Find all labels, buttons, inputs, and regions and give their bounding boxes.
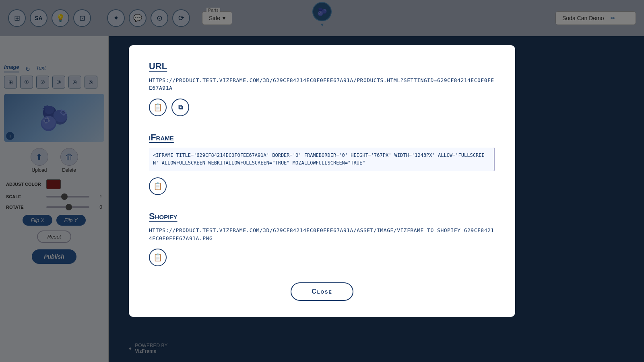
close-button[interactable]: Close bbox=[291, 282, 353, 301]
url-section-title: URL bbox=[149, 61, 495, 72]
url-buttons-row: 📋 ⧉ bbox=[149, 99, 495, 116]
iframe-section-title: iFrame bbox=[149, 132, 495, 143]
iframe-copy-button[interactable]: 📋 bbox=[149, 177, 167, 195]
iframe-copy-icon: 📋 bbox=[153, 182, 162, 191]
shopify-section-title: Shopify bbox=[149, 211, 495, 222]
modal-dialog: URL HTTPS://PRODUCT.TEST.VIZFRAME.COM/3D… bbox=[129, 45, 515, 317]
url-value: HTTPS://PRODUCT.TEST.VIZFRAME.COM/3D/629… bbox=[149, 76, 495, 92]
shopify-buttons-row: 📋 bbox=[149, 249, 495, 266]
modal-overlay: URL HTTPS://PRODUCT.TEST.VIZFRAME.COM/3D… bbox=[0, 0, 644, 362]
url-external-link-button[interactable]: ⧉ bbox=[171, 99, 189, 116]
copy-icon: 📋 bbox=[153, 103, 162, 112]
url-section: URL HTTPS://PRODUCT.TEST.VIZFRAME.COM/3D… bbox=[149, 61, 495, 116]
shopify-copy-button[interactable]: 📋 bbox=[149, 249, 167, 266]
url-copy-button[interactable]: 📋 bbox=[149, 99, 167, 116]
iframe-section: iFrame <IFRAME TITLE='629CF84214EC0F0FEE… bbox=[149, 132, 495, 195]
iframe-buttons-row: 📋 bbox=[149, 177, 495, 195]
shopify-section: Shopify HTTPS://PRODUCT.TEST.VIZFRAME.CO… bbox=[149, 211, 495, 266]
shopify-copy-icon: 📋 bbox=[153, 253, 162, 262]
shopify-value: HTTPS://PRODUCT.TEST.VIZFRAME.COM/3D/629… bbox=[149, 226, 495, 242]
iframe-value: <IFRAME TITLE='629CF84214EC0F0FEE67A91A'… bbox=[149, 148, 495, 171]
external-link-icon: ⧉ bbox=[178, 104, 183, 111]
